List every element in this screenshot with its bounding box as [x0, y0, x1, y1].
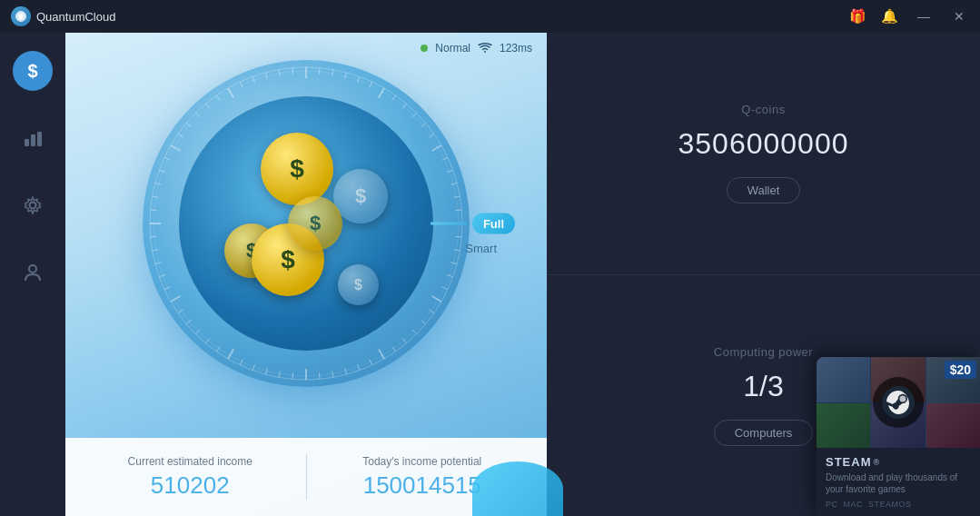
full-badge[interactable]: Full [472, 213, 515, 234]
svg-line-45 [153, 196, 159, 197]
steam-card-body: STEAM® Download and play thousands of yo… [817, 448, 980, 516]
game-tile-4 [817, 403, 870, 449]
svg-line-8 [455, 236, 461, 237]
svg-point-4 [29, 265, 36, 273]
status-dot [421, 45, 428, 52]
gauge-inner: $ $ $ $ [179, 96, 433, 351]
coin-2: $ [333, 169, 388, 223]
computing-label: Computing power [714, 345, 813, 359]
titlebar: QuantumCloud 🎁 🔔 — ✕ [0, 0, 980, 33]
svg-line-9 [453, 250, 460, 251]
svg-line-60 [292, 68, 293, 74]
dollar-sign-5: $ [354, 277, 362, 293]
steam-card-image: $20 [817, 357, 980, 448]
qcoins-label: Q-coins [741, 103, 785, 116]
sidebar-item-settings[interactable] [13, 185, 53, 225]
steam-description: Download and play thousands of your favo… [826, 471, 971, 495]
sidebar-item-stats[interactable] [13, 118, 53, 158]
svg-line-62 [319, 68, 320, 74]
computers-button[interactable]: Computers [714, 420, 814, 446]
svg-line-78 [455, 210, 461, 211]
wifi-icon [478, 43, 492, 54]
qcoins-value: 3506000000 [678, 127, 849, 161]
smart-label: Smart [465, 242, 497, 255]
price-badge: $20 [945, 361, 976, 379]
sidebar-item-wallet[interactable]: $ [13, 51, 53, 91]
computing-value: 1/3 [743, 370, 783, 403]
svg-rect-2 [37, 132, 42, 146]
qcoins-section: Q-coins 3506000000 Wallet [547, 33, 980, 275]
potential-income-label: Today's income potential [325, 455, 520, 468]
gift-icon[interactable]: 🎁 [849, 8, 866, 25]
steam-platforms: PC MAC STEAMOS [826, 500, 971, 509]
accent-curve [472, 461, 563, 516]
svg-line-70 [412, 113, 417, 117]
platform-mac: MAC [844, 500, 864, 509]
coin-1: $ [261, 133, 333, 205]
gear-icon [23, 195, 43, 215]
svg-line-16 [412, 330, 417, 334]
status-mode: Normal [435, 42, 470, 55]
minimize-button[interactable]: — [913, 7, 935, 25]
svg-line-52 [195, 113, 200, 117]
dollar-sign-2: $ [355, 184, 366, 208]
svg-line-24 [319, 372, 320, 379]
left-panel: Normal 123ms // Generate ticks v [65, 33, 547, 516]
steam-title: STEAM® [826, 455, 971, 469]
gauge-arrow: Full [431, 213, 515, 234]
gauge-outer: // Generate ticks via inline SVG path ge… [143, 60, 470, 387]
svg-line-63 [332, 70, 333, 76]
dollar-sign-1: $ [290, 154, 304, 184]
platform-pc: PC [826, 500, 838, 509]
game-tile-1 [817, 357, 870, 402]
coins-wrapper: $ $ $ $ [206, 124, 406, 323]
steam-card[interactable]: $20 STEAM® Download and play thousands o… [817, 357, 980, 516]
app-logo: QuantumCloud [11, 6, 115, 26]
bell-icon[interactable]: 🔔 [881, 8, 898, 25]
status-bar: Normal 123ms [421, 42, 532, 55]
svg-line-34 [195, 330, 200, 334]
coin-5: $ [338, 264, 379, 305]
current-income-label: Current estimated income [93, 455, 288, 468]
stat-divider [306, 454, 307, 500]
platform-steamos: STEAMOS [868, 500, 912, 509]
user-icon [23, 263, 43, 283]
logo-icon [11, 6, 31, 26]
svg-line-23 [332, 371, 333, 377]
current-income-value: 510202 [93, 471, 288, 500]
svg-rect-1 [31, 134, 35, 146]
close-button[interactable]: ✕ [949, 7, 969, 25]
svg-line-27 [279, 371, 280, 377]
svg-line-41 [153, 250, 159, 251]
arrow-line [431, 223, 467, 225]
game-tile-6 [926, 403, 980, 449]
svg-rect-0 [25, 139, 29, 146]
sidebar: $ [0, 33, 65, 516]
steam-logo-area [873, 377, 924, 428]
svg-line-44 [151, 210, 157, 211]
svg-line-42 [151, 236, 157, 237]
wallet-button[interactable]: Wallet [727, 177, 801, 203]
coin-6: $ [288, 196, 342, 251]
dollar-icon: $ [27, 61, 37, 82]
app-name: QuantumCloud [36, 10, 115, 24]
titlebar-controls: 🎁 🔔 — ✕ [849, 7, 969, 25]
bar-chart-icon [23, 128, 43, 148]
svg-point-3 [30, 203, 36, 209]
steam-logo-icon [881, 385, 916, 420]
sidebar-item-profile[interactable] [13, 253, 53, 293]
dollar-sign-6: $ [310, 212, 321, 235]
svg-line-59 [279, 70, 280, 76]
ping-value: 123ms [500, 42, 532, 55]
svg-line-26 [292, 372, 293, 379]
svg-line-77 [453, 196, 460, 197]
gauge-container: // Generate ticks via inline SVG path ge… [143, 60, 470, 387]
svg-point-80 [899, 395, 906, 402]
dollar-sign-4: $ [281, 245, 295, 274]
current-income-stat: Current estimated income 510202 [93, 455, 288, 500]
